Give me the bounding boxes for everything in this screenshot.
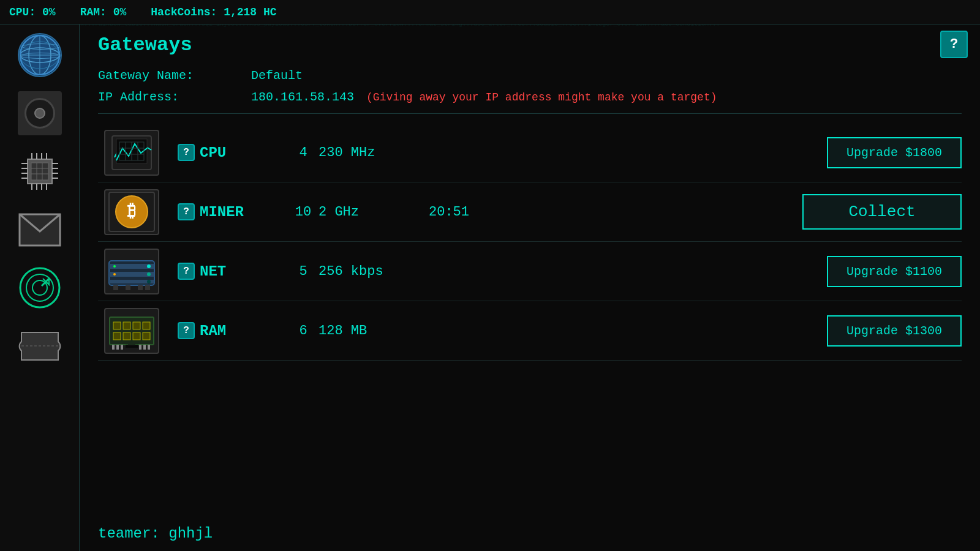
gateway-name-value: Default [251,69,303,83]
svg-rect-57 [138,285,143,290]
sidebar-item-target[interactable] [15,263,64,312]
svg-rect-58 [145,285,150,290]
net-hw-icon [104,249,159,294]
ram-status: RAM: 0% [80,6,127,18]
net-name: NET [200,263,226,280]
svg-rect-61 [123,322,130,329]
target-icon [18,266,61,309]
globe-icon [18,33,62,77]
net-speed: 256 kbps [318,264,429,279]
ram-icon-wrap [98,306,165,355]
ticket-icon [18,329,61,363]
net-name-wrap: ? NET [178,263,288,280]
miner-speed: 2 GHz [318,204,429,220]
sidebar-item-disk[interactable] [15,89,64,138]
upgrade-button-ram[interactable]: Upgrade $1300 [827,315,962,347]
net-icon-wrap [98,247,165,296]
collect-button[interactable]: Collect [802,194,962,230]
cpu-icon-wrap [98,128,165,177]
svg-rect-67 [143,332,150,340]
svg-rect-66 [133,332,140,340]
hardware-row-ram: ? RAM 6 128 MB Upgrade $1300 [98,301,962,361]
cpu-name-wrap: ? CPU [178,144,288,161]
sidebar-item-chip[interactable] [15,147,64,196]
svg-text:₿: ₿ [127,201,136,220]
svg-rect-73 [139,345,141,350]
mail-icon [18,213,61,247]
hardware-row-cpu: ? CPU 4 230 MHz Upgrade $1800 [98,123,962,182]
ram-name: RAM [200,323,226,339]
miner-help-badge[interactable]: ? [178,203,195,220]
svg-point-31 [26,274,53,301]
ram-hw-icon [104,308,159,354]
hardware-list: ? CPU 4 230 MHz Upgrade $1800 ₿ ? [98,123,962,361]
gateway-name-label: Gateway Name: [98,69,251,83]
svg-rect-75 [148,345,150,350]
upgrade-button-cpu[interactable]: Upgrade $1800 [827,137,962,168]
svg-point-51 [147,272,151,276]
miner-level: 10 [288,204,318,220]
help-button[interactable]: ? [940,31,968,58]
svg-rect-65 [123,332,130,340]
cpu-level: 4 [288,145,318,160]
status-bar: CPU: 0% RAM: 0% HackCoins: 1,218 HC [0,0,980,24]
cpu-speed: 230 MHz [318,145,429,160]
svg-rect-74 [143,345,146,350]
bottom-bar: teamer: ghhjl [80,516,980,551]
miner-icon-wrap: ₿ [98,187,165,236]
disk-icon [18,91,62,135]
ip-address-value: 180.161.58.143 [251,90,354,104]
hardware-row-net: ? NET 5 256 kbps Upgrade $1100 [98,242,962,301]
ram-level: 6 [288,323,318,339]
cpu-hw-icon [104,130,159,176]
sidebar-item-ticket[interactable] [15,321,64,370]
svg-rect-56 [126,285,130,290]
teamer-text: teamer: ghhjl [98,525,213,542]
svg-rect-63 [143,322,150,329]
svg-rect-55 [113,285,118,290]
ram-name-wrap: ? RAM [178,322,288,339]
ram-help-badge[interactable]: ? [178,322,195,339]
svg-line-33 [42,279,49,286]
svg-point-54 [113,273,116,276]
main-content: Gateways Gateway Name: Default IP Addres… [80,24,980,551]
svg-rect-62 [133,322,140,329]
ip-address-row: IP Address: 180.161.58.143 (Giving away … [98,90,962,104]
svg-rect-70 [112,345,115,350]
cpu-status: CPU: 0% [9,6,56,18]
sidebar-item-gateway[interactable] [15,31,64,80]
ip-warning: (Giving away your IP address might make … [366,91,717,103]
svg-rect-60 [113,322,121,329]
page-title: Gateways [98,34,962,56]
hardware-row-miner: ₿ ? MINER 10 2 GHz 20:51 Collect [98,182,962,242]
svg-rect-8 [31,163,48,180]
hackcoins-status: HackCoins: 1,218 HC [151,6,276,18]
net-help-badge[interactable]: ? [178,263,195,280]
ram-speed: 128 MB [318,323,429,339]
svg-rect-59 [110,317,154,345]
miner-name-wrap: ? MINER [178,203,288,220]
miner-hw-icon: ₿ [104,189,159,235]
ip-address-label: IP Address: [98,90,251,104]
net-level: 5 [288,264,318,279]
chip-icon [18,149,62,193]
svg-rect-69 [128,343,135,345]
sidebar-item-mail[interactable] [15,205,64,254]
svg-point-52 [147,280,151,283]
svg-point-50 [147,264,151,268]
svg-point-53 [113,265,116,268]
svg-rect-72 [121,345,123,350]
cpu-help-badge[interactable]: ? [178,144,195,161]
sidebar [0,24,80,551]
cpu-name: CPU [200,144,226,161]
svg-rect-64 [113,332,121,340]
miner-name: MINER [200,204,244,220]
svg-rect-71 [116,345,119,350]
upgrade-button-net[interactable]: Upgrade $1100 [827,256,962,287]
miner-timer: 20:51 [429,204,521,220]
gateway-name-row: Gateway Name: Default [98,69,962,83]
divider-1 [98,113,962,114]
